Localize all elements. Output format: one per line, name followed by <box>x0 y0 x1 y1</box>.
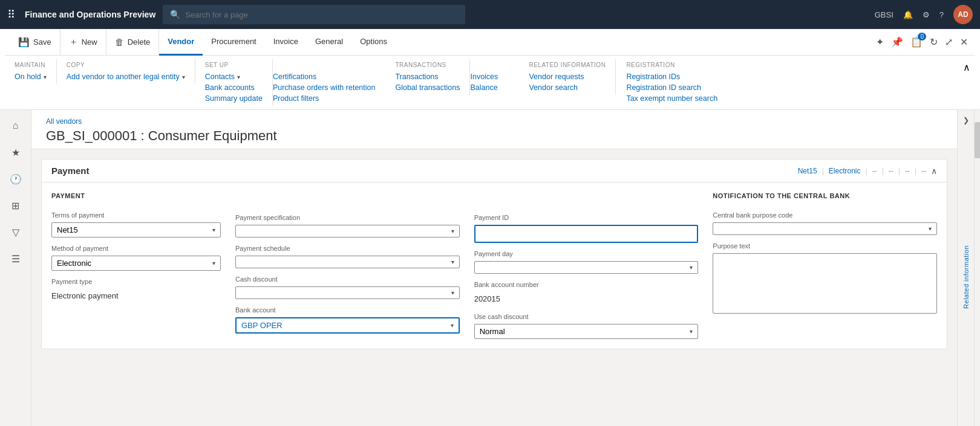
tab-general[interactable]: General <box>307 29 351 56</box>
global-transactions-item[interactable]: Global transactions <box>395 83 460 92</box>
purchase-orders-item[interactable]: Purchase orders with retention <box>273 83 376 92</box>
refresh-icon[interactable]: ↻ <box>930 36 938 48</box>
purpose-text-input[interactable] <box>713 253 937 314</box>
vendor-requests-item[interactable]: Vendor requests <box>529 72 584 82</box>
ribbon-group-setup2: Set up Certifications Purchase orders wi… <box>273 59 385 106</box>
scroll-thumb[interactable] <box>975 122 980 158</box>
org-label: GBSI <box>875 10 893 19</box>
close-icon[interactable]: ✕ <box>960 36 968 48</box>
terms-label: Terms of payment <box>51 211 221 219</box>
new-icon: ＋ <box>69 36 78 48</box>
bank-account-group: Bank account GBP OPER ▾ <box>235 306 460 334</box>
global-search[interactable]: 🔍 <box>163 5 465 24</box>
central-bank-code-select[interactable]: ▾ <box>713 222 937 235</box>
notification-icon[interactable]: 🔔 <box>903 10 913 19</box>
balance-item[interactable]: Balance <box>470 83 498 92</box>
payment-type-group: Payment type Electronic payment <box>51 278 221 303</box>
bank-account-select[interactable]: GBP OPER ▾ <box>235 317 460 334</box>
add-vendor-dropdown-icon: ▾ <box>182 74 185 80</box>
tab-invoice[interactable]: Invoice <box>265 29 307 56</box>
payment-col1: PAYMENT Terms of payment Net15 ▾ Method … <box>51 192 221 339</box>
breadcrumb[interactable]: All vendors <box>46 117 942 126</box>
new-button[interactable]: ＋ New <box>60 29 106 56</box>
cash-dropdown-icon: ▾ <box>451 289 454 296</box>
use-cash-discount-label: Use cash discount <box>474 313 699 320</box>
cash-discount-group: Cash discount ▾ <box>235 276 460 299</box>
net15-tag[interactable]: Net15 <box>798 167 817 175</box>
card-collapse-icon[interactable]: ∧ <box>931 166 937 176</box>
sidebar-recent-icon[interactable]: 🕐 <box>5 168 27 190</box>
method-of-payment-select[interactable]: Electronic ▾ <box>51 256 221 271</box>
search-input[interactable] <box>185 10 458 19</box>
payment-schedule-select[interactable]: ▾ <box>235 256 460 268</box>
payment-spec-select[interactable]: ▾ <box>235 225 460 237</box>
grid-menu-icon[interactable]: ⠿ <box>7 8 15 21</box>
certifications-item[interactable]: Certifications <box>273 72 376 82</box>
expand-icon[interactable]: ⤢ <box>945 36 953 48</box>
scrollbar[interactable] <box>974 110 980 426</box>
summary-update-item[interactable]: Summary update <box>205 94 263 103</box>
add-vendor-item[interactable]: Add vendor to another legal entity ▾ <box>67 72 185 82</box>
sidebar-star-icon[interactable]: ★ <box>5 141 27 163</box>
invoices-item[interactable]: Invoices <box>470 72 498 82</box>
cash-discount-select[interactable]: ▾ <box>235 286 460 299</box>
contacts-dropdown-icon: ▾ <box>237 74 240 80</box>
badge-icon[interactable]: 0 📋 <box>910 36 923 48</box>
registration-ids-item[interactable]: Registration IDs <box>626 72 717 82</box>
tag4: -- <box>889 167 893 175</box>
tab-options[interactable]: Options <box>351 29 396 56</box>
help-icon[interactable]: ? <box>939 10 944 19</box>
payment-id-input[interactable] <box>474 225 699 243</box>
group-label-registration: Registration <box>626 62 675 68</box>
vendor-search-item[interactable]: Vendor search <box>529 83 584 92</box>
main-layout: ⌂ ★ 🕐 ⊞ ▽ ☰ All vendors GB_SI_000001 : C… <box>0 110 980 426</box>
transactions-item[interactable]: Transactions <box>395 72 460 82</box>
use-cash-discount-select[interactable]: Normal ▾ <box>474 324 699 339</box>
payment-col3: Payment ID Payment day ▾ Bank account nu… <box>474 192 699 339</box>
sidebar-list-icon[interactable]: ☰ <box>5 248 27 269</box>
bank-accounts-item[interactable]: Bank accounts <box>205 83 263 92</box>
bank-account-number-group: Bank account number 202015 <box>474 281 699 306</box>
sidebar-filter-icon[interactable]: ▽ <box>5 221 27 243</box>
purpose-text-group: Purpose text <box>713 242 937 314</box>
terms-dropdown-icon: ▾ <box>212 227 215 233</box>
tag6: -- <box>921 167 926 175</box>
contacts-item[interactable]: Contacts ▾ <box>205 72 263 82</box>
ribbon-group-maintain: Maintain On hold ▾ <box>5 59 57 84</box>
bank-account-number-value: 202015 <box>474 292 699 306</box>
payment-col4: NOTIFICATION TO THE CENTRAL BANK Central… <box>713 192 937 339</box>
tax-exempt-search-item[interactable]: Tax exempt number search <box>626 94 717 103</box>
card-header-meta: Net15 | Electronic | -- | -- | -- | -- ∧ <box>798 166 937 176</box>
terms-of-payment-group: Terms of payment Net15 ▾ <box>51 211 221 237</box>
tab-procurement[interactable]: Procurement <box>203 29 264 56</box>
pin-icon[interactable]: 📌 <box>891 36 903 48</box>
app-title: Finance and Operations Preview <box>25 10 155 19</box>
ribbon-collapse-button[interactable]: ∧ <box>958 59 975 76</box>
user-avatar[interactable]: AD <box>953 5 973 24</box>
bank-account-label: Bank account <box>235 306 460 314</box>
transactions-items: Transactions Global transactions <box>395 72 460 92</box>
terms-of-payment-select[interactable]: Net15 ▾ <box>51 222 221 237</box>
payment-day-select[interactable]: ▾ <box>474 261 699 274</box>
delete-button[interactable]: 🗑 Delete <box>106 29 160 56</box>
electronic-tag[interactable]: Electronic <box>829 167 861 175</box>
related-items: Vendor requests Vendor search <box>529 72 584 92</box>
sidebar-grid-icon[interactable]: ⊞ <box>5 195 27 216</box>
schedule-dropdown-icon: ▾ <box>451 259 454 265</box>
tab-vendor[interactable]: Vendor <box>159 29 203 56</box>
sidebar-home-icon[interactable]: ⌂ <box>5 115 27 137</box>
ribbon-group-setup: Set up Contacts ▾ Bank accounts Summary … <box>195 59 273 106</box>
settings-icon[interactable]: ⚙ <box>923 10 930 19</box>
favorites-icon[interactable]: ✦ <box>876 36 884 48</box>
setup-items: Contacts ▾ Bank accounts Summary update <box>205 72 263 103</box>
top-bar-actions: GBSI 🔔 ⚙ ? AD <box>875 5 973 24</box>
central-bank-code-label: Central bank purpose code <box>713 211 937 219</box>
save-button[interactable]: 💾 Save <box>10 29 60 56</box>
right-panel-label: Related information <box>962 245 970 309</box>
central-bank-dropdown-icon: ▾ <box>929 225 932 232</box>
right-panel[interactable]: ❯ Related information <box>957 110 974 426</box>
on-hold-item[interactable]: On hold ▾ <box>15 72 47 82</box>
registration-id-search-item[interactable]: Registration ID search <box>626 83 717 92</box>
product-filters-item[interactable]: Product filters <box>273 94 376 103</box>
maintain-items: On hold ▾ <box>15 72 47 82</box>
